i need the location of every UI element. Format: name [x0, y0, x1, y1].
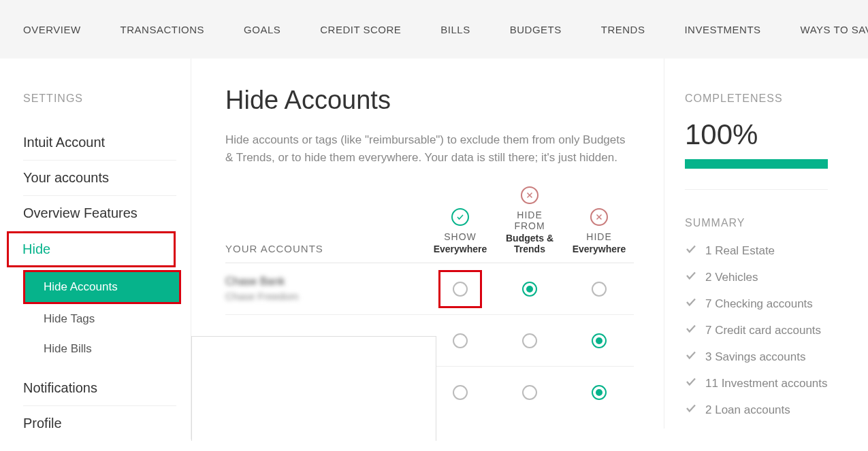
col-hidebt-l1: HIDE: [495, 210, 564, 220]
sidebar-item-overview-features[interactable]: Overview Features: [23, 196, 176, 231]
sidebar-item-notifications[interactable]: Notifications: [23, 371, 176, 406]
summary-item: 2 Vehicles: [685, 269, 841, 285]
radio-hide-everywhere[interactable]: [592, 333, 607, 348]
table-row: Chase Bank Chase Freedom: [225, 263, 634, 315]
sidebar-heading: SETTINGS: [23, 93, 191, 105]
col-hideall-l2: Everywhere: [564, 244, 634, 254]
nav-investments[interactable]: INVESTMENTS: [684, 24, 760, 35]
summary-text: 7 Credit card accounts: [705, 324, 821, 337]
radio-show-everywhere[interactable]: [453, 385, 468, 400]
x-circle-icon: [521, 186, 539, 204]
radio-hide-everywhere[interactable]: [592, 282, 607, 297]
sidebar-item-hide-highlight: Hide: [7, 231, 176, 267]
completeness-heading: COMPLETENESS: [685, 93, 841, 105]
check-icon: [685, 322, 697, 338]
col-show-l1: SHOW: [425, 231, 495, 242]
settings-sidebar: SETTINGS Intuit Account Your accounts Ov…: [0, 59, 191, 441]
radio-cell-hideall: [564, 333, 634, 348]
radio-cell-hidebt: [495, 385, 564, 400]
overlay-panel: [191, 336, 436, 441]
check-icon: [685, 402, 697, 418]
main-content: Hide Accounts Hide accounts or tags (lik…: [191, 59, 664, 439]
top-nav: OVERVIEW TRANSACTIONS GOALS CREDIT SCORE…: [0, 0, 868, 59]
radio-hide-budgets-trends[interactable]: [522, 385, 537, 400]
summary-text: 2 Loan accounts: [705, 403, 790, 417]
nav-budgets[interactable]: BUDGETS: [510, 24, 562, 35]
summary-heading: SUMMARY: [685, 217, 841, 229]
nav-overview[interactable]: OVERVIEW: [23, 24, 81, 35]
sidebar-item-hide[interactable]: Hide: [22, 241, 167, 257]
sub-item-hide-bills[interactable]: Hide Bills: [23, 334, 181, 364]
nav-trends[interactable]: TRENDS: [601, 24, 645, 35]
table-header: YOUR ACCOUNTS SHOW Everywhere: [225, 186, 634, 263]
radio-show-everywhere[interactable]: [453, 282, 468, 297]
nav-credit-score[interactable]: CREDIT SCORE: [320, 24, 401, 35]
radio-show-everywhere[interactable]: [453, 333, 468, 348]
summary-item: 7 Checking accounts: [685, 296, 841, 312]
col-header-show: SHOW Everywhere: [425, 208, 495, 254]
completeness-percent: 100%: [685, 118, 841, 151]
summary-text: 11 Investment accounts: [705, 377, 828, 390]
radio-hide-everywhere[interactable]: [592, 385, 607, 400]
radio-hide-budgets-trends[interactable]: [522, 282, 537, 297]
summary-item: 7 Credit card accounts: [685, 322, 841, 338]
check-icon: [685, 375, 697, 391]
summary-text: 3 Savings accounts: [705, 350, 805, 364]
col-header-accounts: YOUR ACCOUNTS: [225, 243, 425, 254]
col-hidebt-l2: FROM: [495, 220, 564, 231]
divider: [685, 189, 828, 190]
summary-text: 2 Vehicles: [705, 271, 758, 284]
summary-item: 3 Savings accounts: [685, 349, 841, 365]
col-show-l2: Everywhere: [425, 244, 495, 254]
account-bank: Chase Bank: [225, 275, 425, 288]
completeness-bar: [685, 159, 828, 169]
col-header-hide-budgets: HIDE FROM Budgets & Trends: [495, 186, 564, 254]
check-circle-icon: [451, 208, 469, 226]
page-description: Hide accounts or tags (like "reimbursabl…: [225, 131, 634, 166]
sidebar-item-profile[interactable]: Profile: [23, 406, 176, 441]
summary-item: 11 Investment accounts: [685, 375, 841, 391]
summary-item: 1 Real Estate: [685, 243, 841, 258]
x-circle-icon: [590, 208, 608, 226]
summary-text: 1 Real Estate: [705, 244, 775, 258]
page-title: Hide Accounts: [225, 86, 637, 115]
sidebar-item-your-accounts[interactable]: Your accounts: [23, 161, 176, 196]
check-icon: [685, 243, 697, 258]
account-sub: Chase Freedom: [225, 290, 425, 302]
check-icon: [685, 269, 697, 285]
radio-cell-hideall: [564, 385, 634, 400]
sub-item-hide-accounts[interactable]: Hide Accounts: [23, 270, 181, 304]
radio-hide-budgets-trends[interactable]: [522, 333, 537, 348]
nav-transactions[interactable]: TRANSACTIONS: [120, 24, 205, 35]
summary-text: 7 Checking accounts: [705, 297, 813, 311]
col-hidebt-l3: Budgets & Trends: [495, 233, 564, 254]
radio-cell-show: [425, 270, 495, 308]
check-icon: [685, 296, 697, 312]
nav-ways-to-save[interactable]: WAYS TO SAVE: [801, 24, 868, 35]
nav-bills[interactable]: BILLS: [440, 24, 470, 35]
sub-item-hide-tags[interactable]: Hide Tags: [23, 304, 181, 334]
radio-cell-hideall: [564, 282, 634, 297]
sidebar-item-intuit-account[interactable]: Intuit Account: [23, 125, 176, 161]
summary-item: 2 Loan accounts: [685, 402, 841, 418]
hide-submenu: Hide Accounts Hide Tags Hide Bills: [23, 270, 191, 364]
radio-highlight: [438, 270, 482, 308]
nav-goals[interactable]: GOALS: [244, 24, 280, 35]
col-header-hide-everywhere: HIDE Everywhere: [564, 208, 634, 254]
radio-cell-hidebt: [495, 282, 564, 297]
check-icon: [685, 349, 697, 365]
radio-cell-hidebt: [495, 333, 564, 348]
summary-list: 1 Real Estate 2 Vehicles 7 Checking acco…: [685, 243, 841, 418]
account-name-cell: Chase Bank Chase Freedom: [225, 266, 425, 312]
col-hideall-l1: HIDE: [564, 231, 634, 242]
right-panel: COMPLETENESS 100% SUMMARY 1 Real Estate …: [664, 59, 868, 429]
